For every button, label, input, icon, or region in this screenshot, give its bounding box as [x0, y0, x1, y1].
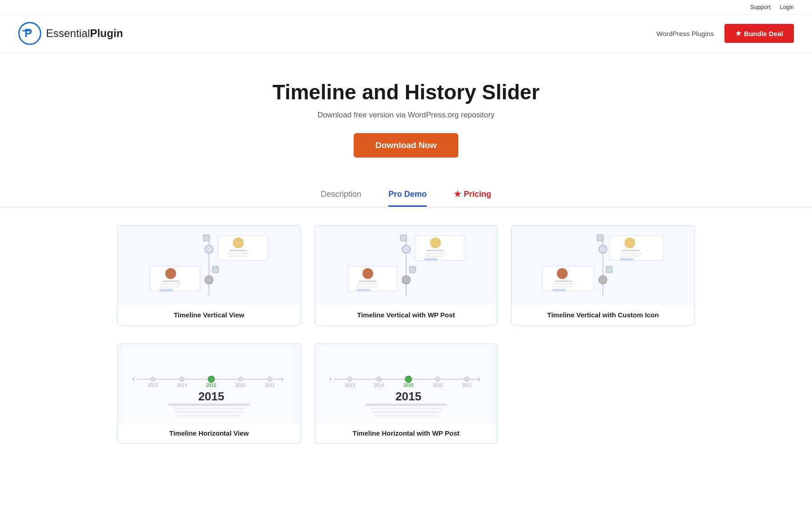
tab-pricing[interactable]: ★ Pricing [454, 189, 491, 207]
svg-text:›: › [478, 375, 480, 382]
svg-point-69 [208, 376, 214, 382]
tab-pro-demo[interactable]: Pro Demo [388, 189, 427, 207]
svg-rect-36 [359, 280, 377, 282]
svg-point-58 [599, 276, 607, 284]
logo[interactable]: P EssentialPlugin [18, 22, 123, 45]
svg-point-35 [362, 268, 373, 279]
svg-rect-31 [424, 258, 438, 260]
svg-rect-96 [372, 411, 440, 413]
hero-title: Timeline and History Slider [18, 80, 794, 104]
svg-point-87 [377, 377, 381, 381]
svg-point-15 [165, 268, 176, 279]
support-link[interactable]: Support [750, 4, 771, 10]
svg-text:2011: 2011 [265, 383, 275, 388]
svg-rect-48 [620, 256, 641, 257]
svg-rect-16 [161, 280, 180, 282]
svg-point-27 [430, 237, 441, 248]
demo-card-title: Timeline Horizontal with WP Post [315, 423, 498, 443]
tabs-bar: Description Pro Demo ★ Pricing [0, 176, 812, 207]
svg-rect-57 [553, 289, 566, 291]
demo-card-horizontal-wp-post: 2013 2014 2015 2010 2011 ‹ › 2015 [314, 344, 498, 444]
demo-card-title: Timeline Vertical with WP Post [315, 305, 498, 325]
login-link[interactable]: Login [780, 4, 794, 10]
svg-text:2013: 2013 [345, 383, 355, 388]
svg-rect-39 [356, 289, 370, 291]
svg-text:‹: ‹ [132, 375, 134, 382]
svg-rect-11 [203, 235, 209, 241]
svg-rect-9 [227, 256, 247, 257]
demo-card-title: Timeline Horizontal View [118, 423, 300, 443]
svg-point-70 [238, 377, 243, 381]
svg-rect-38 [356, 286, 377, 288]
svg-point-6 [233, 237, 244, 248]
svg-rect-55 [553, 283, 575, 285]
svg-rect-7 [229, 250, 247, 251]
svg-rect-47 [620, 253, 643, 254]
demo-card-title: Timeline Vertical with Custom Icon [512, 305, 694, 325]
svg-rect-94 [365, 404, 447, 406]
hero-subtitle: Download free version via WordPress.org … [18, 111, 794, 120]
svg-point-68 [180, 377, 184, 381]
svg-rect-21 [212, 266, 218, 273]
svg-point-32 [402, 245, 410, 253]
svg-text:2010: 2010 [433, 383, 443, 388]
svg-text:2015: 2015 [403, 383, 414, 388]
svg-point-89 [435, 377, 440, 381]
svg-rect-59 [606, 266, 613, 273]
demo-grid-top: Timeline Vertical View [99, 225, 713, 325]
svg-rect-95 [370, 408, 442, 409]
svg-point-88 [405, 376, 411, 382]
demo-card-image: 2013 2014 2015 2010 2011 ‹ › 2015 [118, 344, 300, 423]
svg-point-40 [402, 276, 410, 284]
demo-card-image [118, 226, 300, 305]
svg-point-71 [268, 377, 272, 381]
svg-rect-37 [356, 283, 379, 285]
svg-rect-29 [424, 253, 447, 254]
demo-card-title: Timeline Vertical View [118, 305, 300, 325]
svg-text:2010: 2010 [235, 383, 246, 388]
svg-text:›: › [281, 375, 283, 382]
demo-card-horizontal-view: 2013 2014 2015 2010 2011 ‹ › 2015 [117, 344, 301, 444]
svg-rect-46 [622, 250, 640, 251]
svg-rect-30 [424, 256, 444, 257]
svg-rect-97 [374, 415, 438, 417]
svg-rect-17 [159, 283, 182, 285]
svg-rect-33 [400, 235, 406, 241]
tab-description[interactable]: Description [321, 189, 361, 207]
svg-text:2014: 2014 [374, 383, 384, 388]
demo-grid-bottom: 2013 2014 2015 2010 2011 ‹ › 2015 [99, 344, 713, 444]
star-icon: ★ [454, 189, 461, 199]
svg-rect-49 [620, 258, 634, 260]
svg-point-20 [205, 276, 213, 284]
svg-text:2015: 2015 [395, 390, 421, 403]
svg-text:2015: 2015 [198, 390, 224, 403]
svg-rect-54 [554, 280, 572, 282]
svg-text:‹: ‹ [329, 375, 332, 382]
svg-rect-28 [426, 250, 444, 251]
demo-card-image [315, 226, 498, 305]
svg-point-45 [625, 237, 636, 248]
svg-rect-77 [175, 411, 243, 413]
svg-rect-76 [173, 408, 245, 409]
svg-point-86 [347, 377, 352, 381]
header: P EssentialPlugin WordPress Plugins ★ Bu… [0, 14, 812, 53]
top-bar: Support Login [0, 0, 812, 14]
svg-rect-75 [168, 404, 249, 406]
svg-text:2015: 2015 [206, 383, 217, 388]
demo-card-image [512, 226, 694, 305]
svg-point-50 [599, 245, 607, 253]
hero-section: Timeline and History Slider Download fre… [0, 53, 812, 176]
demo-card-vertical-view: Timeline Vertical View [117, 225, 301, 325]
header-nav: WordPress Plugins ★ Bundle Deal [656, 24, 794, 43]
svg-point-53 [557, 268, 568, 279]
svg-text:P: P [24, 26, 32, 40]
logo-text: EssentialPlugin [46, 27, 123, 40]
wordpress-plugins-link[interactable]: WordPress Plugins [656, 30, 714, 37]
svg-text:2013: 2013 [148, 383, 158, 388]
svg-rect-8 [227, 253, 249, 254]
svg-rect-51 [597, 235, 604, 241]
svg-rect-18 [159, 286, 180, 288]
download-now-button[interactable]: Download Now [354, 133, 458, 158]
svg-point-10 [205, 245, 213, 253]
bundle-deal-button[interactable]: ★ Bundle Deal [724, 24, 794, 43]
